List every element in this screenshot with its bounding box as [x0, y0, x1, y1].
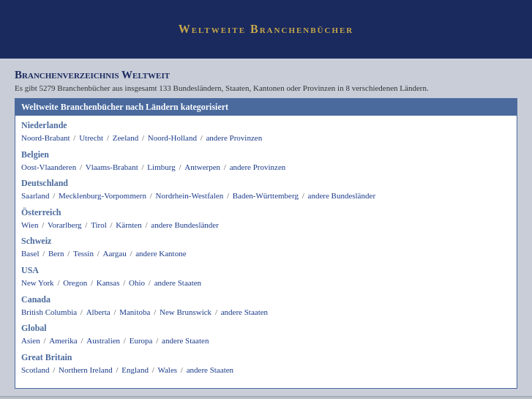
country-link[interactable]: Australien: [86, 336, 120, 345]
country-link[interactable]: Amerika: [49, 336, 77, 345]
country-link[interactable]: Vlaams-Brabant: [86, 163, 138, 171]
separator: /: [177, 163, 184, 171]
country-link[interactable]: Oregon: [63, 278, 87, 287]
separator: /: [78, 307, 85, 316]
separator: /: [112, 307, 119, 316]
country-link[interactable]: New York: [21, 278, 54, 287]
country-link[interactable]: Basel: [21, 249, 39, 258]
separator: /: [40, 220, 46, 229]
countries-content: NiederlandeNoord-Brabant / Utrecht / Zee…: [15, 116, 517, 388]
country-name: Canada: [21, 294, 511, 305]
country-link[interactable]: Tirol: [91, 220, 107, 229]
separator: /: [121, 336, 128, 345]
country-link[interactable]: andere Bundesländer: [151, 220, 219, 229]
separator: /: [225, 191, 231, 200]
country-section: BelgienOost-Vlaanderen / Vlaams-Brabant …: [21, 149, 511, 174]
country-link[interactable]: Kärnten: [116, 220, 141, 229]
countries-box: Weltweite Branchenbücher nach Ländern ka…: [15, 98, 517, 389]
country-link[interactable]: Alberta: [86, 307, 110, 316]
country-link[interactable]: Saarland: [21, 191, 49, 200]
country-link[interactable]: Noord-Holland: [148, 133, 197, 142]
separator: /: [148, 191, 154, 200]
country-link[interactable]: Vorarlberg: [48, 220, 82, 229]
country-name: Niederlande: [21, 120, 511, 131]
country-link[interactable]: Northern Ireland: [59, 365, 113, 374]
country-link[interactable]: British Columbia: [21, 307, 77, 316]
page-title: Branchenverzeichnis Weltweit: [15, 69, 517, 81]
country-link[interactable]: Oost-Vlaanderen: [21, 163, 76, 171]
country-link[interactable]: Aargau: [102, 249, 126, 258]
country-links: New York / Oregon / Kansas / Ohio / ande…: [21, 277, 511, 290]
country-section: NiederlandeNoord-Brabant / Utrecht / Zee…: [21, 120, 511, 145]
country-section: SchweizBasel / Bern / Tessin / Aargau / …: [21, 236, 511, 261]
country-link[interactable]: Limburg: [147, 163, 175, 171]
country-name: Great Britain: [21, 352, 511, 363]
footer: Impressum: [0, 396, 532, 399]
country-link[interactable]: Utrecht: [79, 133, 103, 142]
country-link[interactable]: Ohio: [129, 278, 145, 287]
country-link[interactable]: Nordrhein-Westfalen: [156, 191, 224, 200]
separator: /: [114, 365, 121, 374]
separator: /: [108, 220, 115, 229]
country-link[interactable]: Manitoba: [119, 307, 150, 316]
country-link[interactable]: Wien: [21, 220, 38, 229]
country-links: Saarland / Mecklenburg-Vorpommern / Nord…: [21, 190, 511, 203]
separator: /: [143, 220, 150, 229]
country-link[interactable]: Kansas: [97, 278, 120, 287]
country-link[interactable]: Antwerpen: [184, 163, 220, 171]
separator: /: [56, 278, 62, 287]
separator: /: [146, 278, 153, 287]
separator: /: [95, 249, 102, 258]
country-name: Österreich: [21, 207, 511, 218]
country-section: CanadaBritish Columbia / Alberta / Manit…: [21, 294, 511, 319]
country-name: USA: [21, 265, 511, 276]
separator: /: [83, 220, 90, 229]
country-link[interactable]: New Brunswick: [160, 307, 211, 316]
country-link[interactable]: Zeeland: [113, 133, 138, 142]
country-link[interactable]: andere Staaten: [154, 278, 201, 287]
country-link[interactable]: andere Staaten: [187, 365, 233, 374]
country-name: Schweiz: [21, 236, 511, 247]
country-section: DeutschlandSaarland / Mecklenburg-Vorpom…: [21, 178, 511, 203]
separator: /: [105, 133, 111, 142]
country-name: Deutschland: [21, 178, 511, 189]
country-section: Great BritainScotland / Northern Ireland…: [21, 352, 511, 377]
country-section: GlobalAsien / Amerika / Australien / Eur…: [21, 323, 511, 348]
country-link[interactable]: Mecklenburg-Vorpommern: [59, 191, 146, 200]
country-link[interactable]: Wales: [157, 365, 177, 374]
separator: /: [89, 278, 95, 287]
country-links: Noord-Brabant / Utrecht / Zeeland / Noor…: [21, 132, 511, 145]
country-links: British Columbia / Alberta / Manitoba / …: [21, 306, 511, 319]
country-link[interactable]: Tessin: [73, 249, 94, 258]
country-link[interactable]: Asien: [21, 336, 40, 345]
country-link[interactable]: England: [121, 365, 149, 374]
separator: /: [140, 163, 146, 171]
country-links: Scotland / Northern Ireland / England / …: [21, 364, 511, 377]
separator: /: [79, 336, 86, 345]
country-link[interactable]: Noord-Brabant: [21, 133, 70, 142]
country-link[interactable]: andere Staaten: [162, 336, 209, 345]
separator: /: [222, 163, 228, 171]
country-link[interactable]: Baden-Württemberg: [233, 191, 299, 200]
separator: /: [154, 336, 160, 345]
country-link[interactable]: Bern: [48, 249, 64, 258]
countries-box-header: Weltweite Branchenbücher nach Ländern ka…: [15, 99, 517, 116]
country-link[interactable]: Scotland: [21, 365, 50, 374]
country-link[interactable]: Europa: [130, 336, 153, 345]
country-link[interactable]: andere Provinzen: [206, 133, 262, 142]
separator: /: [213, 307, 220, 316]
page-title-area: Branchenverzeichnis Weltweit Es gibt 527…: [15, 69, 517, 92]
country-link[interactable]: andere Kantone: [135, 249, 186, 258]
separator: /: [198, 133, 205, 142]
separator: /: [300, 191, 307, 200]
separator: /: [128, 249, 135, 258]
separator: /: [50, 191, 57, 200]
separator: /: [150, 365, 157, 374]
country-link[interactable]: andere Provinzen: [230, 163, 286, 171]
country-link[interactable]: andere Staaten: [221, 307, 268, 316]
separator: /: [72, 133, 78, 142]
main-content: Branchenverzeichnis Weltweit Es gibt 527…: [0, 59, 532, 396]
country-link[interactable]: andere Bundesländer: [308, 191, 376, 200]
separator: /: [179, 365, 185, 374]
country-name: Global: [21, 323, 511, 334]
